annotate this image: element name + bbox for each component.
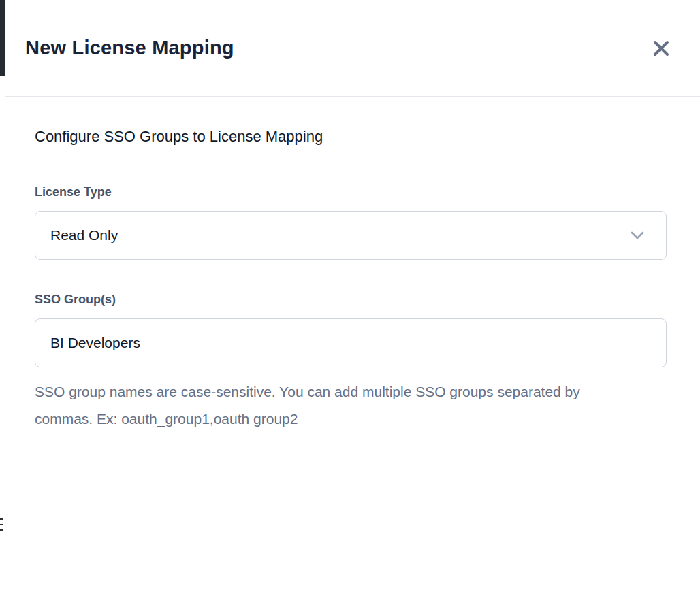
x-close-icon (652, 39, 670, 57)
license-type-selected-value: Read Only (50, 227, 118, 244)
chevron-down-icon (629, 227, 646, 244)
modal-body: Configure SSO Groups to License Mapping … (5, 97, 700, 433)
bottom-divider (5, 591, 700, 591)
close-button[interactable] (650, 37, 673, 60)
backdrop-page-edge (0, 0, 5, 76)
new-license-mapping-modal: New License Mapping Configure SSO Groups… (5, 0, 700, 596)
modal-header: New License Mapping (5, 0, 700, 97)
sso-groups-label: SSO Group(s) (35, 293, 666, 307)
sso-groups-help-text: SSO group names are case-sensitive. You … (35, 378, 634, 433)
sso-groups-input[interactable] (35, 318, 667, 367)
license-type-select[interactable]: Read Only (35, 211, 667, 260)
modal-title: New License Mapping (25, 37, 234, 59)
modal-subtitle: Configure SSO Groups to License Mapping (35, 128, 666, 146)
license-type-label: License Type (35, 185, 666, 199)
menu-lines-icon (0, 518, 4, 531)
